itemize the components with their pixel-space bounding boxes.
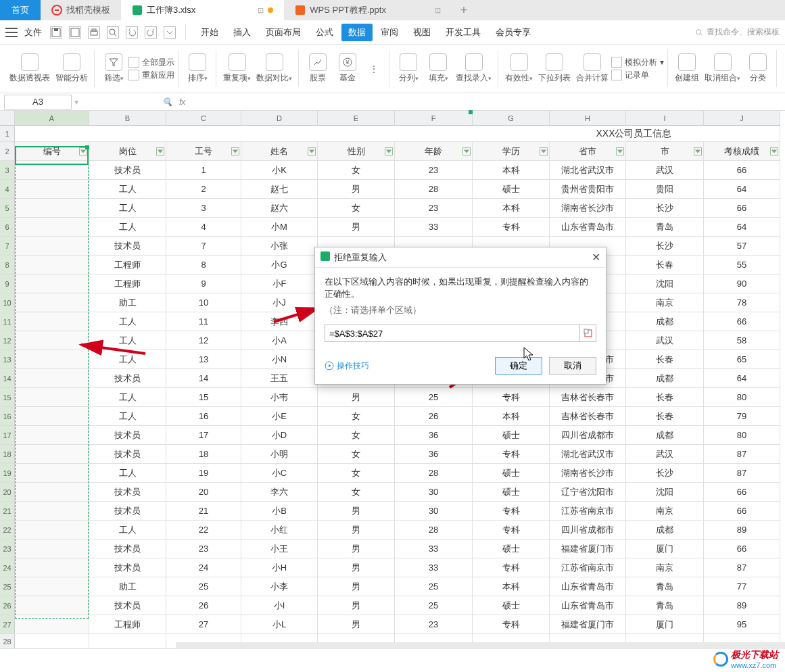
row-header[interactable]: 22 [0, 521, 15, 539]
dialog-close-button[interactable]: ✕ [592, 251, 600, 264]
ungroup-button[interactable]: 取消组合▾ [702, 47, 743, 90]
fx-icon[interactable]: fx [179, 97, 185, 107]
cell[interactable]: 工人 [89, 464, 166, 483]
cell[interactable]: 66 [704, 312, 780, 331]
cell[interactable]: 南京 [626, 558, 704, 577]
cell[interactable]: 男 [318, 218, 395, 237]
ribbon-tab-2[interactable]: 页面布局 [259, 24, 308, 41]
pin-icon[interactable]: ⊡ [258, 6, 264, 15]
cell[interactable] [15, 293, 89, 312]
cell[interactable]: 助工 [89, 577, 166, 596]
cell[interactable] [15, 218, 89, 237]
cell[interactable]: 技术员 [89, 426, 166, 445]
cell[interactable]: 工人 [89, 388, 166, 407]
row-header[interactable]: 7 [0, 237, 15, 256]
cell[interactable]: 四川省成都市 [550, 521, 626, 539]
column-header[interactable]: D [241, 111, 318, 126]
row-header[interactable]: 27 [0, 615, 15, 634]
cell[interactable]: 男 [318, 577, 395, 596]
pin-icon[interactable]: ⊡ [435, 6, 441, 15]
cell[interactable]: 成都 [626, 521, 704, 539]
cell[interactable]: 小L [241, 615, 318, 634]
cell[interactable]: 66 [704, 483, 780, 502]
command-search[interactable]: 查找命令、搜索模板 [694, 26, 780, 38]
cell[interactable]: 山东省青岛市 [550, 596, 626, 615]
cell[interactable]: 2 [166, 180, 241, 199]
cell[interactable] [15, 502, 89, 521]
cell[interactable]: 专科 [473, 558, 550, 577]
cell[interactable]: 7 [166, 237, 241, 256]
cell[interactable]: 33 [395, 218, 473, 237]
row-header[interactable]: 17 [0, 426, 15, 445]
cell[interactable]: 男 [318, 539, 395, 558]
cell[interactable]: 学历 [473, 142, 550, 161]
cell[interactable] [15, 634, 89, 649]
cell[interactable]: 27 [166, 615, 241, 634]
row-header[interactable]: 13 [0, 350, 15, 369]
cell[interactable]: 87 [704, 445, 780, 464]
cell[interactable]: 长春 [626, 350, 704, 369]
tab-workbook[interactable]: 工作簿3.xlsx ⊡ [121, 0, 284, 20]
subtotal-button[interactable]: 分类 [743, 47, 773, 90]
column-header[interactable]: H [550, 111, 626, 126]
cell[interactable] [15, 615, 89, 634]
ribbon-tab-0[interactable]: 开始 [194, 24, 225, 41]
cell[interactable]: 本科 [473, 577, 550, 596]
cell[interactable]: 女 [318, 445, 395, 464]
smart-analysis-button[interactable]: 智能分析 [53, 47, 91, 90]
cell[interactable]: 男 [318, 502, 395, 521]
cell[interactable]: 工号 [166, 142, 241, 161]
cell[interactable]: 技术员 [89, 483, 166, 502]
cell[interactable]: 青岛 [626, 577, 704, 596]
row-header[interactable]: 8 [0, 256, 15, 274]
cell[interactable]: 青岛 [626, 596, 704, 615]
row-header[interactable]: 23 [0, 539, 15, 558]
cell[interactable]: 硕士 [473, 426, 550, 445]
cell[interactable]: 硕士 [473, 483, 550, 502]
cell[interactable] [89, 634, 166, 649]
cell[interactable]: 小明 [241, 445, 318, 464]
cell[interactable]: 专科 [473, 218, 550, 237]
operation-tips-link[interactable]: 操作技巧 [325, 360, 369, 372]
group-button[interactable]: 创建组 [672, 47, 702, 90]
dialog-title-bar[interactable]: 拒绝重复输入 ✕ [315, 247, 606, 268]
cell[interactable]: 19 [166, 464, 241, 483]
cell[interactable]: 36 [395, 426, 473, 445]
cell[interactable]: 25 [395, 596, 473, 615]
ribbon-tab-1[interactable]: 插入 [227, 24, 258, 41]
cell[interactable]: 本科 [473, 161, 550, 180]
cell[interactable] [15, 369, 89, 388]
ribbon-tab-7[interactable]: 开发工具 [439, 24, 487, 41]
cell[interactable]: 长沙 [626, 237, 704, 256]
cell[interactable] [15, 558, 89, 577]
cell[interactable]: 四川省成都市 [550, 426, 626, 445]
filter-show-all[interactable]: 全部显示 [128, 57, 174, 68]
column-header[interactable]: B [89, 111, 166, 126]
cell[interactable]: 厦门 [626, 539, 704, 558]
cell[interactable]: 青岛 [626, 218, 704, 237]
cell[interactable]: 21 [166, 502, 241, 521]
cell[interactable]: 87 [704, 464, 780, 483]
save-button[interactable] [50, 26, 62, 39]
ribbon-tab-6[interactable]: 视图 [406, 24, 437, 41]
cell[interactable]: 25 [395, 388, 473, 407]
cell[interactable] [15, 350, 89, 369]
cell[interactable] [15, 577, 89, 596]
cell[interactable]: 辽宁省沈阳市 [550, 483, 626, 502]
cell[interactable]: 17 [166, 426, 241, 445]
cell[interactable]: 23 [395, 161, 473, 180]
data-validation-button[interactable]: 有效性▾ [502, 47, 536, 90]
cell[interactable]: 小王 [241, 539, 318, 558]
cell[interactable]: 26 [166, 596, 241, 615]
cell[interactable] [15, 388, 89, 407]
cell[interactable] [15, 199, 89, 218]
filter-reapply[interactable]: 重新应用 [128, 70, 174, 81]
new-tab-button[interactable]: + [452, 0, 476, 20]
fund-button[interactable]: ¥基金 [333, 47, 362, 90]
cell[interactable]: 89 [704, 596, 780, 615]
cell[interactable]: 本科 [473, 407, 550, 426]
cell[interactable]: 78 [704, 293, 780, 312]
cell[interactable]: 小N [241, 350, 318, 369]
cell[interactable]: 小张 [241, 237, 318, 256]
cell[interactable]: 小李 [241, 577, 318, 596]
